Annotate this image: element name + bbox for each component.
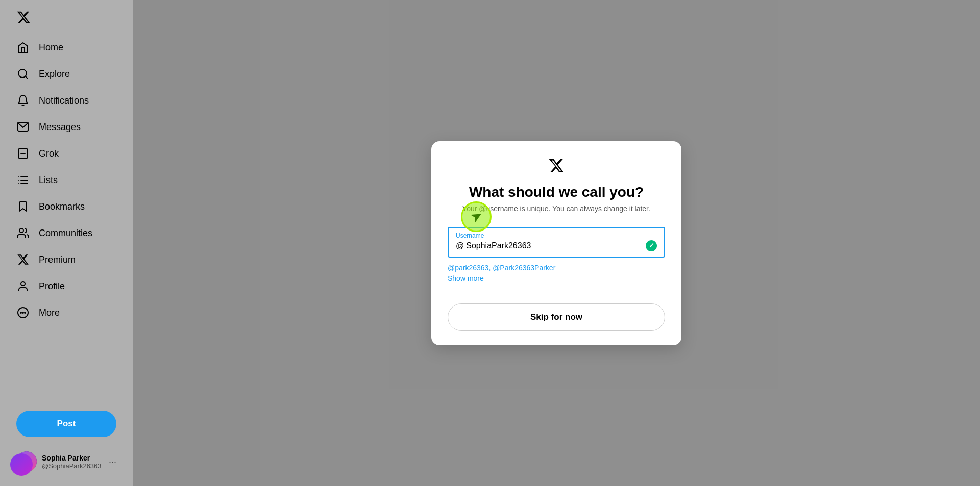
username-label: Username: [456, 232, 657, 239]
x-logo[interactable]: [8, 4, 125, 33]
sidebar-item-lists-label: Lists: [39, 175, 58, 186]
footer-handle: @SophiaPark26363: [42, 462, 104, 470]
sidebar-item-communities-label: Communities: [39, 228, 92, 239]
show-more-button[interactable]: Show more: [448, 274, 484, 283]
username-input-row: @: [456, 240, 657, 251]
skip-for-now-button[interactable]: Skip for now: [448, 303, 665, 331]
svg-point-12: [21, 282, 25, 286]
sidebar-item-profile[interactable]: Profile: [8, 273, 125, 299]
sidebar-item-grok-label: Grok: [39, 148, 59, 159]
check-icon: [646, 240, 657, 251]
sidebar-item-more-label: More: [39, 308, 60, 318]
at-sign: @: [456, 241, 464, 250]
grok-icon: [16, 147, 30, 160]
sidebar-item-notifications[interactable]: Notifications: [8, 88, 125, 113]
sidebar-item-grok[interactable]: Grok: [8, 141, 125, 166]
modal-x-logo: [548, 158, 565, 176]
sidebar-item-explore-label: Explore: [39, 69, 70, 80]
modal-title: What should we call you?: [448, 184, 665, 200]
explore-icon: [16, 67, 30, 81]
sidebar-item-lists[interactable]: Lists: [8, 167, 125, 193]
notifications-icon: [16, 94, 30, 107]
more-icon: [16, 306, 30, 319]
sidebar-item-premium[interactable]: Premium: [8, 247, 125, 272]
username-input[interactable]: [466, 241, 644, 250]
modal-subtitle: Your @username is unique. You can always…: [448, 204, 665, 213]
svg-point-16: [24, 312, 26, 313]
notification-dot: [10, 453, 33, 476]
sidebar-item-messages[interactable]: Messages: [8, 114, 125, 140]
home-icon: [16, 41, 30, 54]
sidebar-item-home-label: Home: [39, 42, 63, 53]
footer-name: Sophia Parker: [42, 454, 104, 462]
sidebar-item-profile-label: Profile: [39, 281, 65, 292]
footer-user-info: Sophia Parker @SophiaPark26363: [42, 454, 104, 470]
premium-icon: [16, 253, 30, 266]
profile-icon: [16, 279, 30, 293]
sidebar-item-home[interactable]: Home: [8, 35, 125, 60]
svg-point-11: [19, 228, 23, 233]
sidebar-item-messages-label: Messages: [39, 122, 81, 133]
modal-overlay: What should we call you? Your @username …: [133, 0, 980, 486]
bookmarks-icon: [16, 200, 30, 213]
communities-icon: [16, 226, 30, 240]
lists-icon: [16, 173, 30, 187]
sidebar: Home Explore Notifications: [0, 0, 133, 486]
username-modal: What should we call you? Your @username …: [431, 141, 681, 345]
sidebar-item-more[interactable]: More: [8, 300, 125, 325]
sidebar-nav: Home Explore Notifications: [8, 35, 125, 402]
suggestions: @park26363, @Park26363Parker Show more: [448, 264, 665, 283]
more-options-icon: ···: [109, 456, 116, 467]
username-field-wrapper: Username @: [448, 227, 665, 258]
svg-point-15: [22, 312, 23, 313]
svg-point-14: [20, 312, 21, 313]
sidebar-item-bookmarks[interactable]: Bookmarks: [8, 194, 125, 219]
sidebar-item-communities[interactable]: Communities: [8, 220, 125, 246]
sidebar-item-premium-label: Premium: [39, 254, 76, 265]
svg-line-1: [26, 76, 28, 79]
suggestion-links[interactable]: @park26363, @Park26363Parker: [448, 264, 665, 272]
post-button[interactable]: Post: [16, 411, 116, 437]
main-content: What should we call you? Your @username …: [133, 0, 980, 486]
sidebar-item-notifications-label: Notifications: [39, 95, 89, 106]
messages-icon: [16, 120, 30, 134]
sidebar-item-explore[interactable]: Explore: [8, 61, 125, 87]
sidebar-item-bookmarks-label: Bookmarks: [39, 201, 85, 212]
